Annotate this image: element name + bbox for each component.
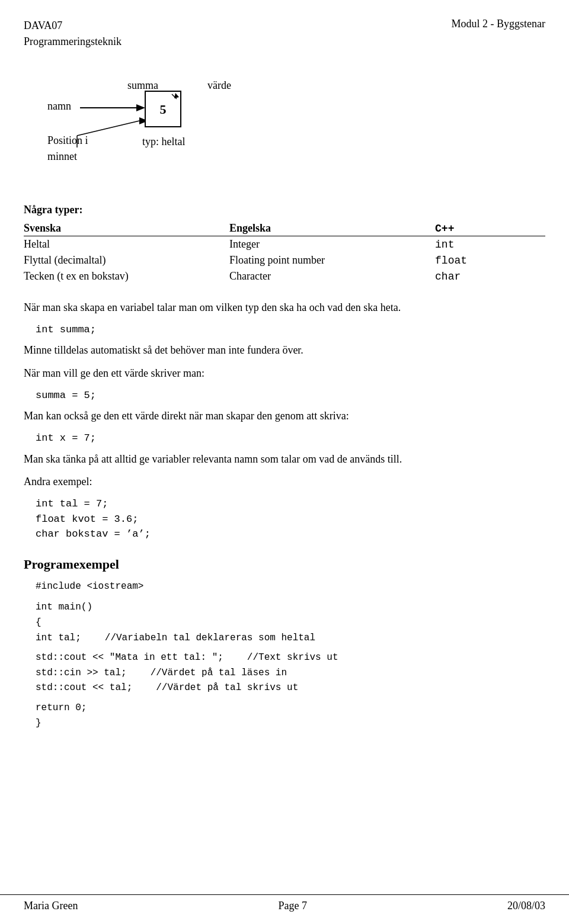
label-varde: värde	[207, 79, 231, 92]
programexempel-heading: Programexempel	[24, 557, 545, 572]
code-block-3: int x = 7;	[36, 431, 545, 446]
footer-right: 20/08/03	[507, 900, 545, 912]
body-text-1: När man ska skapa en variabel talar man …	[24, 299, 545, 316]
code-include: #include <iostream>	[36, 579, 545, 595]
code-block-2: summa = 5;	[36, 388, 545, 403]
body-text-3: När man vill ge den ett värde skriver ma…	[24, 365, 545, 382]
col-cpp: C++	[435, 221, 545, 236]
code-int-tal-text: int tal;	[36, 631, 81, 646]
cell-engelska: Character	[229, 268, 435, 284]
col-engelska: Engelska	[229, 221, 435, 236]
module-title: Modul 2 - Byggstenar	[452, 18, 545, 30]
code-andra: int tal = 7; float kvot = 3.6; char boks…	[36, 496, 545, 542]
types-section: Några typer: Svenska Engelska C++ Heltal…	[24, 204, 545, 284]
code-section: #include <iostream> int main() { int tal…	[36, 579, 545, 731]
header-right: Modul 2 - Byggstenar	[452, 18, 545, 50]
cell-cpp: float	[435, 252, 545, 268]
code-andra-line2: float kvot = 3.6;	[36, 512, 545, 527]
code-line-int-tal: int tal; //Variabeln tal deklareras som …	[36, 631, 545, 646]
col-svenska: Svenska	[24, 221, 229, 236]
body-text-4: Man kan också ge den ett värde direkt nä…	[24, 408, 545, 425]
cell-engelska: Floating point number	[229, 252, 435, 268]
code-brace-close: }	[36, 716, 545, 732]
cell-engelska: Integer	[229, 236, 435, 253]
types-heading: Några typer:	[24, 204, 545, 216]
course-code: DAVA07	[24, 18, 122, 34]
code-andra-line3: char bokstav = ’a’;	[36, 527, 545, 542]
code-int-tal-comment: //Variabeln tal deklareras som heltal	[105, 631, 315, 646]
code-block-1: int summa;	[36, 322, 545, 338]
course-name: Programmeringsteknik	[24, 34, 122, 50]
code-brace-open: {	[36, 615, 545, 631]
diagram-inner: 5 namn summa värde Position i minnet typ…	[24, 68, 545, 186]
footer: Maria Green Page 7 20/08/03	[0, 894, 569, 912]
table-row: Flyttal (decimaltal) Floating point numb…	[24, 252, 545, 268]
footer-center: Page 7	[278, 900, 307, 912]
table-header-row: Svenska Engelska C++	[24, 221, 545, 236]
code-line-cin: std::cin >> tal; //Värdet på tal läses i…	[36, 666, 545, 681]
label-position: Position i minnet	[47, 133, 88, 165]
label-summa: summa	[127, 79, 158, 92]
code-return: return 0;	[36, 701, 545, 716]
diagram-svg: 5	[24, 68, 379, 186]
code-cout1-text: std::cout << "Mata in ett tal: ";	[36, 650, 223, 666]
body-text-2: Minne tilldelas automatiskt så det behöv…	[24, 342, 545, 359]
footer-left: Maria Green	[24, 900, 78, 912]
label-namn: namn	[47, 100, 71, 113]
svg-text:5: 5	[160, 102, 167, 117]
code-andra-line1: int tal = 7;	[36, 496, 545, 512]
code-main-open: int main()	[36, 600, 545, 615]
cell-svenska: Flyttal (decimaltal)	[24, 252, 229, 268]
code-cout2-text: std::cout << tal;	[36, 681, 132, 696]
code-line-cout1: std::cout << "Mata in ett tal: "; //Text…	[36, 650, 545, 666]
cell-cpp: char	[435, 268, 545, 284]
cell-svenska: Heltal	[24, 236, 229, 253]
cell-svenska: Tecken (t ex en bokstav)	[24, 268, 229, 284]
code-cin-comment: //Värdet på tal läses in	[151, 666, 287, 681]
code-cout1-comment: //Text skrivs ut	[247, 650, 338, 666]
types-table: Svenska Engelska C++ Heltal Integer int …	[24, 221, 545, 284]
header: DAVA07 Programmeringsteknik Modul 2 - By…	[24, 18, 545, 50]
code-line-cout2: std::cout << tal; //Värdet på tal skrivs…	[36, 681, 545, 696]
page: DAVA07 Programmeringsteknik Modul 2 - By…	[0, 0, 569, 924]
andra-heading: Andra exempel:	[24, 473, 545, 490]
label-typ: typ: heltal	[142, 136, 185, 148]
table-row: Tecken (t ex en bokstav) Character char	[24, 268, 545, 284]
code-cin-text: std::cin >> tal;	[36, 666, 127, 681]
body-text-5: Man ska tänka på att alltid ge variabler…	[24, 451, 545, 468]
table-row: Heltal Integer int	[24, 236, 545, 253]
header-left: DAVA07 Programmeringsteknik	[24, 18, 122, 50]
svg-marker-1	[136, 104, 145, 111]
code-cout2-comment: //Värdet på tal skrivs ut	[156, 681, 298, 696]
cell-cpp: int	[435, 236, 545, 253]
diagram-section: 5 namn summa värde Position i minnet typ…	[24, 68, 545, 186]
